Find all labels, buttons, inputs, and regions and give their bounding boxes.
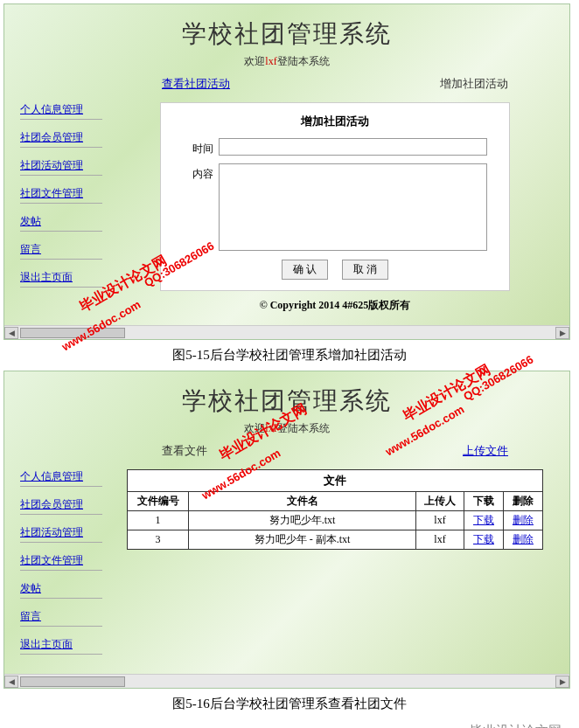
tab-view-activity[interactable]: 查看社团活动 [162,76,230,92]
figure-caption-1: 图5-15后台学校社团管理系增加社团活动 [0,347,579,364]
header: 学校社团管理系统 欢迎lxf登陆本系统 [4,4,569,76]
copyright: © Copyright 2014 4#625版权所有 [127,291,543,316]
horizontal-scrollbar[interactable]: ◀ ▶ [4,674,569,688]
col-filename: 文件名 [189,492,416,511]
scroll-thumb[interactable] [20,328,125,338]
table-caption: 文件 [127,469,543,491]
tab-add-activity: 增加社团活动 [440,76,508,92]
sidebar-item-post[interactable]: 发帖 [20,581,102,599]
delete-link[interactable]: 删除 [513,533,534,545]
sidebar-item-activity[interactable]: 社团活动管理 [20,525,102,543]
time-input[interactable] [219,138,487,156]
sidebar-item-message[interactable]: 留言 [20,242,102,260]
col-id: 文件编号 [128,492,189,511]
scroll-right-icon[interactable]: ▶ [555,676,569,688]
scroll-thumb[interactable] [20,676,125,687]
cell-filename: 努力吧少年 - 副本.txt [189,530,416,550]
label-time: 时间 [183,138,213,156]
cell-filename: 努力吧少年.txt [189,511,416,530]
tab-view-files: 查看文件 [162,443,207,459]
cell-uploader: lxf [416,511,464,530]
confirm-button[interactable]: 确 认 [282,260,328,280]
sidebar-item-files[interactable]: 社团文件管理 [20,186,102,204]
sidebar-item-exit[interactable]: 退出主页面 [20,637,102,655]
add-activity-form: 增加社团活动 时间 内容 确 认 取 消 [160,102,510,291]
table-row: 3 努力吧少年 - 副本.txt lxf 下载 删除 [128,530,543,550]
content-textarea[interactable] [219,163,487,251]
tabs: 查看文件 上传文件 [127,443,543,459]
sidebar-nav: 个人信息管理 社团会员管理 社团活动管理 社团文件管理 发帖 留言 退出主页面 [13,76,109,316]
download-link[interactable]: 下载 [473,514,494,526]
sidebar-item-files[interactable]: 社团文件管理 [20,553,102,571]
main-content: 查看文件 上传文件 文件 文件编号 文件名 上传人 下载 删除 1 [109,443,561,665]
figure-caption-2: 图5-16后台学校社团管理系查看社团文件 [0,696,579,712]
file-table: 文件 文件编号 文件名 上传人 下载 删除 1 努力吧少年.txt lxf [127,469,543,550]
sidebar-item-message[interactable]: 留言 [20,609,102,627]
tab-upload-files[interactable]: 上传文件 [463,443,508,459]
system-title: 学校社团管理系统 [4,17,569,51]
welcome-message: 欢迎lxf登陆本系统 [4,54,569,69]
sidebar-item-personal[interactable]: 个人信息管理 [20,102,102,120]
main-content: 查看社团活动 增加社团活动 增加社团活动 时间 内容 确 认 取 消 © Cop… [109,76,561,316]
sidebar-item-post[interactable]: 发帖 [20,214,102,232]
label-content: 内容 [183,163,213,182]
col-uploader: 上传人 [416,492,464,511]
header: 学校社团管理系统 欢迎lxf登陆本系统 [4,371,569,443]
sidebar-item-members[interactable]: 社团会员管理 [20,130,102,148]
download-link[interactable]: 下载 [473,533,494,545]
scroll-left-icon[interactable]: ◀ [4,327,18,339]
system-title: 学校社团管理系统 [4,385,569,418]
cell-id: 3 [128,530,189,550]
screenshot-view-files: 学校社团管理系统 欢迎lxf登陆本系统 个人信息管理 社团会员管理 社团活动管理… [3,371,570,689]
table-header-row: 文件编号 文件名 上传人 下载 删除 [128,492,543,511]
cell-uploader: lxf [416,530,464,550]
scroll-right-icon[interactable]: ▶ [555,327,569,339]
table-row: 1 努力吧少年.txt lxf 下载 删除 [128,511,543,530]
sidebar-item-members[interactable]: 社团会员管理 [20,497,102,515]
welcome-message: 欢迎lxf登陆本系统 [4,421,569,436]
horizontal-scrollbar[interactable]: ◀ ▶ [4,325,569,339]
scroll-left-icon[interactable]: ◀ [4,676,18,688]
sidebar-item-exit[interactable]: 退出主页面 [20,270,102,288]
sidebar-item-activity[interactable]: 社团活动管理 [20,158,102,176]
cancel-button[interactable]: 取 消 [342,260,388,280]
sidebar-item-personal[interactable]: 个人信息管理 [20,469,102,487]
col-download: 下载 [464,492,504,511]
screenshot-add-activity: 学校社团管理系统 欢迎lxf登陆本系统 个人信息管理 社团会员管理 社团活动管理… [3,3,570,340]
form-title: 增加社团活动 [183,114,487,129]
delete-link[interactable]: 删除 [513,514,534,526]
cell-id: 1 [128,511,189,530]
footer-watermark: 毕业设计论文网 [0,719,579,728]
sidebar-nav: 个人信息管理 社团会员管理 社团活动管理 社团文件管理 发帖 留言 退出主页面 [13,443,109,665]
tabs: 查看社团活动 增加社团活动 [127,76,543,92]
col-delete: 删除 [504,492,543,511]
